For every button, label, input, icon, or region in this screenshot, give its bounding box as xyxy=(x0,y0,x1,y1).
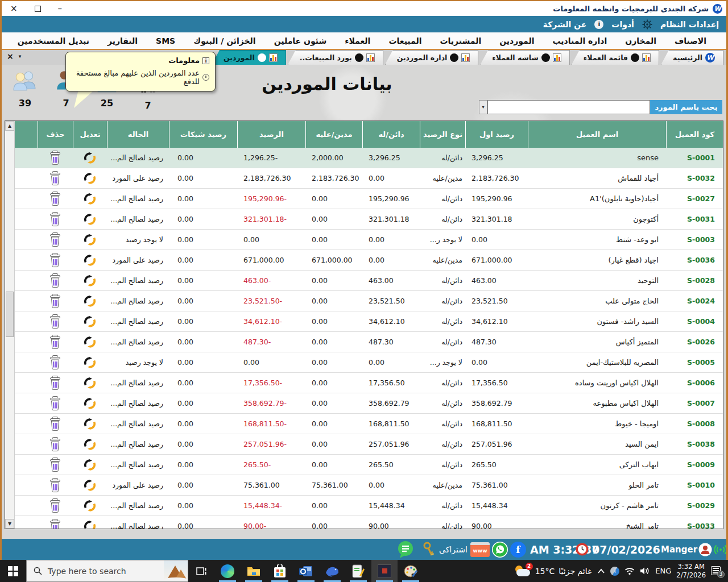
tab-2[interactable]: شاشه العملاء xyxy=(480,50,570,65)
keys-icon[interactable] xyxy=(423,542,435,558)
table-row[interactable]: رصيد على المورد0.00671,000.00671,000.000… xyxy=(15,250,723,271)
edit-button[interactable] xyxy=(73,209,107,229)
column-header-8[interactable]: رصيد اول xyxy=(465,121,528,148)
chat-icon[interactable] xyxy=(396,541,416,559)
tab-0[interactable]: Wالرئيسية xyxy=(661,50,723,65)
delete-button[interactable] xyxy=(38,250,73,270)
file-explorer-icon[interactable] xyxy=(241,560,267,582)
edit-button[interactable] xyxy=(73,475,107,495)
column-header-2[interactable]: الحاله xyxy=(107,121,169,148)
app-whale-icon[interactable] xyxy=(319,560,345,582)
edit-button[interactable] xyxy=(73,516,107,529)
notification-center-icon[interactable]: 3 xyxy=(711,566,723,577)
delete-button[interactable] xyxy=(38,209,73,229)
delete-button[interactable] xyxy=(38,393,73,413)
column-header-9[interactable]: اسم العميل xyxy=(528,121,666,148)
edit-button[interactable] xyxy=(73,455,107,475)
vertical-scrollbar[interactable]: ▲ ▼ xyxy=(5,121,15,529)
edit-button[interactable] xyxy=(73,291,107,311)
table-row[interactable]: رصيد لصالح الم...0.0034,612.10-0.0034,61… xyxy=(15,311,723,332)
edit-button[interactable] xyxy=(73,373,107,393)
table-row[interactable]: رصيد على المورد0.0075,361.0075,361.000.0… xyxy=(15,475,723,496)
table-row[interactable]: رصيد لصالح الم...0.00168,811.50-0.00168,… xyxy=(15,414,723,434)
delete-button[interactable] xyxy=(38,475,73,495)
delete-button[interactable] xyxy=(38,148,73,168)
weather-widget[interactable]: غائم جزئيًا 15°C 2 xyxy=(514,565,592,577)
edge-browser-icon[interactable] xyxy=(214,560,241,582)
active-app-icon[interactable] xyxy=(371,560,398,582)
delete-button[interactable] xyxy=(38,189,73,209)
whatsapp-icon[interactable] xyxy=(491,541,508,558)
delete-button[interactable] xyxy=(38,230,73,250)
nav-item-11[interactable]: تبديل المستخدمين xyxy=(18,36,89,45)
microsoft-store-icon[interactable] xyxy=(267,560,293,582)
table-row[interactable]: رصيد لصالح الم...0.00321,301.18-0.00321,… xyxy=(15,209,723,230)
table-row[interactable]: رصيد لصالح الم...0.0090.00-0.0090.00دائن… xyxy=(15,516,723,529)
tray-info-icon[interactable]: i xyxy=(610,567,619,576)
nav-item-0[interactable]: الاصناف xyxy=(675,36,706,45)
tray-clock[interactable]: 3:32 AM 2/7/2026 xyxy=(676,563,706,579)
delete-button[interactable] xyxy=(38,271,73,290)
edit-button[interactable] xyxy=(73,250,107,270)
nav-item-10[interactable]: التقارير xyxy=(107,36,138,45)
column-header-6[interactable]: دائن/له xyxy=(362,121,420,148)
column-header-10[interactable]: كود العميل xyxy=(666,121,723,148)
nav-item-4[interactable]: المشتريات xyxy=(440,36,482,45)
tab-list-dropdown-icon[interactable]: ▾ xyxy=(19,53,22,59)
scroll-up-icon[interactable]: ▲ xyxy=(5,121,14,131)
delete-button[interactable] xyxy=(38,352,73,372)
facebook-icon[interactable]: f xyxy=(510,542,526,558)
website-icon[interactable]: www xyxy=(470,542,490,557)
subscribe-label[interactable]: اشتراكى xyxy=(439,539,468,560)
language-indicator[interactable]: ENG xyxy=(655,567,671,575)
delete-button[interactable] xyxy=(38,516,73,529)
edit-button[interactable] xyxy=(73,496,107,516)
tab-1[interactable]: قائمة العملاء xyxy=(572,50,659,65)
delete-button[interactable] xyxy=(38,373,73,393)
search-by-supplier-name-button[interactable]: بحث باسم المورد xyxy=(650,100,722,114)
nav-item-5[interactable]: المبيعات xyxy=(388,36,421,45)
table-row[interactable]: رصيد لصالح الم...0.00487.30-0.00487.30دا… xyxy=(15,332,723,352)
column-header-7[interactable]: نوع الرصيد xyxy=(420,121,465,148)
maximize-window-icon[interactable] xyxy=(35,6,41,12)
nav-item-1[interactable]: المخازن xyxy=(625,36,656,45)
nav-item-3[interactable]: الموردين xyxy=(499,36,534,45)
table-row[interactable]: رصيد لصالح الم...0.00257,051.96-0.00257,… xyxy=(15,434,723,455)
delete-button[interactable] xyxy=(38,434,73,454)
column-header-5[interactable]: مدين/عليه xyxy=(305,121,362,148)
user-account-icon[interactable] xyxy=(698,543,712,556)
menu-system-settings[interactable]: إعدادات النظام xyxy=(660,20,719,29)
minimize-window-icon[interactable]: – xyxy=(58,5,63,13)
edit-button[interactable] xyxy=(73,332,107,352)
menu-about-company[interactable]: عن الشركة xyxy=(543,20,587,29)
table-row[interactable]: رصيد لصالح الم...0.0017,356.50-0.0017,35… xyxy=(15,373,723,393)
edit-button[interactable] xyxy=(73,189,107,209)
delete-button[interactable] xyxy=(38,311,73,331)
column-header-1[interactable]: تعديل xyxy=(73,121,107,148)
nav-item-2[interactable]: اداره المناديب xyxy=(553,36,607,45)
start-button[interactable] xyxy=(0,560,26,582)
table-row[interactable]: رصيد على المورد0.002,183,726.302,183,726… xyxy=(15,168,723,189)
scroll-down-icon[interactable]: ▼ xyxy=(5,519,14,529)
column-header-0[interactable]: حذف xyxy=(38,121,73,148)
table-row[interactable]: رصيد لصالح الم...0.00358,692.79-0.00358,… xyxy=(15,393,723,414)
column-header-3[interactable]: رصيد شيكات xyxy=(169,121,237,148)
report-editor-icon[interactable] xyxy=(345,560,371,582)
nav-item-7[interactable]: شئون عاملين xyxy=(274,36,327,45)
menu-tools[interactable]: أدوات xyxy=(611,20,634,29)
edit-button[interactable] xyxy=(73,434,107,454)
nav-item-8[interactable]: الخزائن / البنوك xyxy=(193,36,255,45)
close-tab-icon[interactable]: × xyxy=(7,52,14,61)
volume-icon[interactable] xyxy=(640,567,650,575)
edit-button[interactable] xyxy=(73,352,107,372)
supplier-search-input[interactable] xyxy=(487,100,650,114)
delete-button[interactable] xyxy=(38,168,73,188)
delete-button[interactable] xyxy=(38,455,73,475)
tray-chevron-icon[interactable] xyxy=(597,568,605,574)
taskbar-search-box[interactable]: Type here to search xyxy=(26,560,188,582)
table-row[interactable]: لا يوجد رصيد0.000.000.000.00لا يوجد ر...… xyxy=(15,352,723,373)
outlook-icon[interactable] xyxy=(293,560,319,582)
table-row[interactable]: رصيد لصالح الم...0.00265.50-0.00265.50دا… xyxy=(15,455,723,475)
delete-button[interactable] xyxy=(38,496,73,516)
delete-button[interactable] xyxy=(38,291,73,311)
